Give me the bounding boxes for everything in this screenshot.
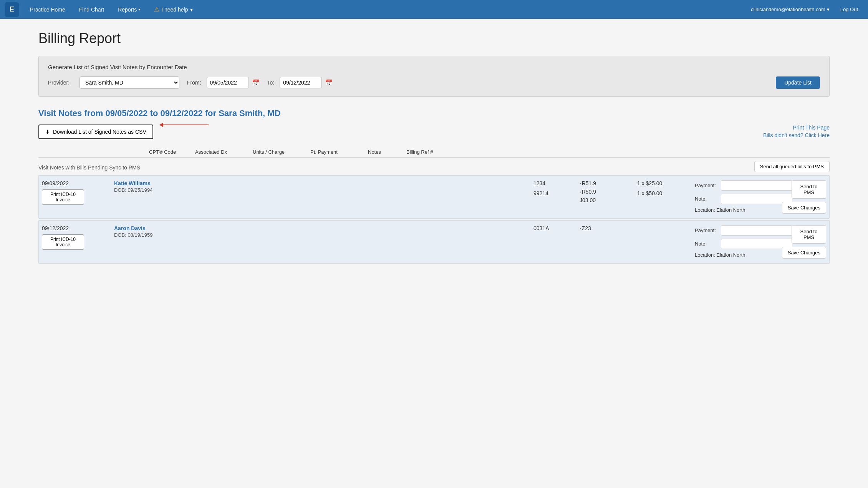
filter-row: Provider: Sara Smith, MD John Doe, MD Ja…	[48, 76, 820, 89]
dx-col: ›R51.9 ›R50.9 J03.00	[576, 180, 634, 214]
arrow-line	[162, 124, 209, 125]
payment-row: Payment:	[695, 180, 769, 191]
visit-date-col: 09/09/2022 Print ICD-10Invoice	[42, 180, 111, 214]
provider-select[interactable]: Sara Smith, MD John Doe, MD Jane Doe, NP	[80, 76, 179, 89]
table-headers: CPT® Code Associated Dx Units / Charge P…	[38, 147, 830, 158]
patient-col: Katie Williams DOB: 09/25/1994	[111, 180, 530, 214]
to-label: To:	[267, 80, 275, 86]
units-charge: 1 x $25.00	[637, 180, 692, 186]
col-header-dx: Associated Dx	[192, 149, 250, 155]
col-header-notes: Notes	[365, 149, 403, 155]
nav-right: cliniciandemo@elationhealth.com ▾ Log Ou…	[745, 7, 863, 12]
bills-not-sent-link[interactable]: Bills didn't send? Click Here	[763, 132, 830, 138]
billing-ref-col: Send toPMS Save Changes	[769, 225, 826, 259]
download-icon: ⬇	[45, 129, 50, 135]
patient-dob: DOB: 08/19/1959	[114, 232, 530, 238]
location-text: Location: Elation North	[695, 252, 769, 258]
col-header-date	[38, 149, 146, 155]
provider-label: Provider:	[48, 80, 70, 86]
send-to-pms-button[interactable]: Send toPMS	[792, 180, 826, 199]
update-list-button[interactable]: Update List	[776, 76, 820, 89]
print-this-page-link[interactable]: Print This Page	[793, 124, 830, 131]
dx-col: ›Z23	[576, 225, 634, 259]
print-invoice-button[interactable]: Print ICD-10Invoice	[42, 189, 84, 205]
location-text: Location: Elation North	[695, 207, 769, 213]
note-label: Note:	[695, 196, 718, 202]
dx-code: J03.00	[580, 197, 634, 203]
cpt-code: 99214	[533, 190, 576, 196]
units-col	[634, 225, 692, 259]
nav-find-chart[interactable]: Find Chart	[72, 0, 111, 19]
col-header-billing-ref: Billing Ref #	[403, 149, 465, 155]
patient-name-link[interactable]: Aaron Davis	[114, 225, 530, 231]
visit-date-col: 09/12/2022 Print ICD-10Invoice	[42, 225, 111, 259]
actions-row: ⬇ Download List of Signed Notes as CSV P…	[38, 124, 830, 139]
cpt-col: 0031A	[530, 225, 576, 259]
reports-chevron-icon: ▾	[138, 7, 140, 12]
download-csv-button[interactable]: ⬇ Download List of Signed Notes as CSV	[38, 124, 153, 139]
dx-code: ›Z23	[580, 225, 634, 231]
nav-user-menu[interactable]: cliniciandemo@elationhealth.com ▾	[745, 7, 835, 12]
note-row: Note:	[695, 239, 769, 249]
nav-reports[interactable]: Reports ▾	[111, 0, 147, 19]
from-calendar-icon[interactable]: 📅	[252, 79, 260, 86]
top-navigation: E Practice Home Find Chart Reports ▾ ⚠ I…	[0, 0, 868, 19]
table-row: 09/09/2022 Print ICD-10Invoice Katie Wil…	[38, 175, 830, 219]
dx-code: ›R51.9	[580, 180, 634, 186]
main-content: Billing Report Generate List of Signed V…	[0, 19, 868, 488]
table-row: 09/12/2022 Print ICD-10Invoice Aaron Dav…	[38, 220, 830, 264]
patient-dob: DOB: 09/25/1994	[114, 187, 530, 193]
note-row: Note:	[695, 194, 769, 204]
logout-button[interactable]: Log Out	[835, 7, 863, 12]
cpt-col: 1234 99214	[530, 180, 576, 214]
help-chevron-icon: ▾	[190, 7, 193, 13]
section-actions: Send all queued bills to PMS	[754, 161, 830, 172]
from-label: From:	[187, 80, 201, 86]
from-date-group: From: 📅	[187, 77, 260, 88]
payment-row: Payment:	[695, 225, 769, 236]
top-right-links: Print This Page Bills didn't send? Click…	[763, 124, 830, 138]
to-date-group: To: 📅	[267, 77, 333, 88]
results-heading: Visit Notes from 09/05/2022 to 09/12/202…	[38, 108, 830, 118]
to-calendar-icon[interactable]: 📅	[325, 79, 333, 86]
dx-code: ›R50.9	[580, 189, 634, 195]
patient-name-link[interactable]: Katie Williams	[114, 180, 530, 186]
save-changes-button[interactable]: Save Changes	[782, 202, 826, 214]
section-label: Visit Notes with Bills Pending Sync to P…	[38, 161, 140, 174]
print-invoice-button[interactable]: Print ICD-10Invoice	[42, 234, 84, 250]
col-header-actions	[465, 149, 518, 155]
visit-date: 09/09/2022	[42, 180, 111, 186]
cpt-code: 0031A	[533, 225, 576, 231]
col-header-cpt: CPT® Code	[146, 149, 192, 155]
cpt-code: 1234	[533, 180, 576, 186]
page-title: Billing Report	[38, 30, 830, 46]
patient-col: Aaron Davis DOB: 08/19/1959	[111, 225, 530, 259]
send-to-pms-button[interactable]: Send toPMS	[792, 225, 826, 244]
filter-panel: Generate List of Signed Visit Notes by E…	[38, 56, 830, 97]
from-date-input[interactable]	[207, 77, 249, 88]
warning-icon: ⚠	[154, 6, 159, 13]
section-row: Visit Notes with Bills Pending Sync to P…	[38, 161, 830, 174]
nav-practice-home[interactable]: Practice Home	[23, 0, 72, 19]
payment-label: Payment:	[695, 183, 718, 188]
save-changes-button[interactable]: Save Changes	[782, 247, 826, 259]
user-chevron-icon: ▾	[827, 7, 830, 12]
nav-links: Practice Home Find Chart Reports ▾ ⚠ I n…	[23, 0, 745, 19]
to-date-input[interactable]	[280, 77, 322, 88]
units-col: 1 x $25.00 1 x $50.00	[634, 180, 692, 214]
units-charge: 1 x $50.00	[637, 190, 692, 196]
arrow-indicator	[159, 124, 209, 125]
note-label: Note:	[695, 241, 718, 247]
send-all-queued-button[interactable]: Send all queued bills to PMS	[754, 161, 830, 172]
col-header-payment: Pt. Payment	[307, 149, 365, 155]
payment-label: Payment:	[695, 227, 718, 233]
app-logo: E	[5, 2, 19, 17]
nav-help[interactable]: ⚠ I need help ▾	[147, 6, 199, 13]
billing-ref-col: Send toPMS Save Changes	[769, 180, 826, 214]
payment-col: Payment: Note: Location: Elation North	[692, 225, 769, 259]
col-header-units: Units / Charge	[250, 149, 307, 155]
filter-heading: Generate List of Signed Visit Notes by E…	[48, 64, 820, 70]
payment-col: Payment: Note: Location: Elation North	[692, 180, 769, 214]
visit-date: 09/12/2022	[42, 225, 111, 231]
